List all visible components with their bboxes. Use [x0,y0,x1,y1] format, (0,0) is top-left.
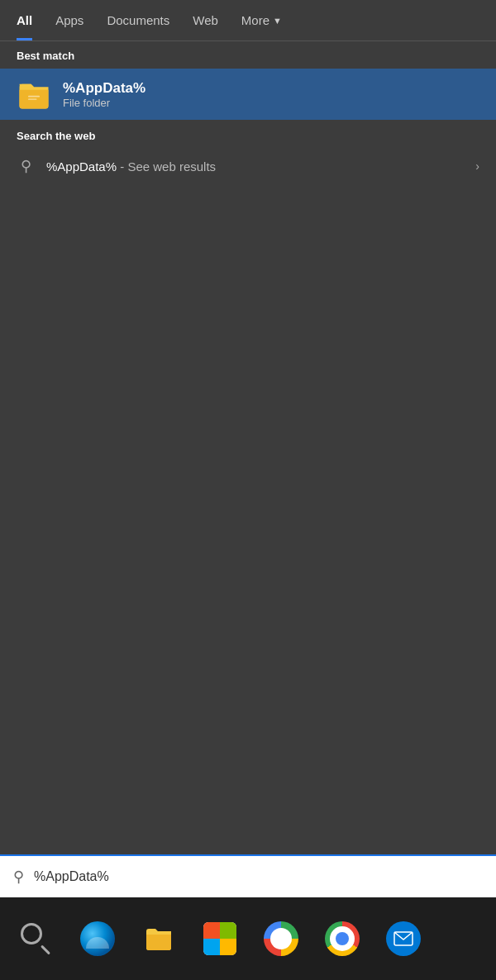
mail-icon [393,931,413,946]
filter-tabs: All Apps Documents Web More ▼ [0,0,496,41]
chevron-down-icon: ▼ [273,16,282,26]
tab-web[interactable]: Web [181,0,230,40]
tab-more[interactable]: More ▼ [230,0,293,40]
taskbar-edge[interactable] [69,909,126,968]
taskbar-chrome[interactable] [314,909,370,968]
search-bar: ⚲ [0,854,496,897]
search-panel: All Apps Documents Web More ▼ Best match [0,0,496,897]
empty-space [0,183,496,897]
best-match-heading: Best match [0,41,496,69]
tab-all[interactable]: All [17,0,44,40]
file-explorer-icon [141,921,176,956]
taskbar-mail[interactable] [375,909,432,968]
search-bar-icon: ⚲ [13,868,24,886]
tab-documents[interactable]: Documents [95,0,181,40]
web-section-heading: Search the web [0,120,496,149]
tab-apps[interactable]: Apps [44,0,95,40]
search-input[interactable] [34,869,483,884]
best-match-subtitle: File folder [63,97,145,109]
taskbar-search[interactable] [8,909,64,968]
taskbar-file-explorer[interactable] [131,909,187,968]
best-match-text: %AppData% File folder [63,80,145,109]
web-result-item[interactable]: ⚲ %AppData% - See web results › [0,149,496,183]
best-match-title: %AppData% [63,80,145,97]
folder-icon [17,77,51,112]
web-result-text: %AppData% - See web results [46,159,464,174]
svg-rect-0 [28,96,40,98]
taskbar-ms-store[interactable] [192,909,248,968]
svg-rect-1 [28,98,37,100]
web-search-icon: ⚲ [17,157,35,175]
chevron-right-icon: › [475,159,479,173]
taskbar [0,897,496,980]
best-match-item[interactable]: %AppData% File folder [0,69,496,120]
taskbar-acrobat[interactable] [253,909,309,968]
